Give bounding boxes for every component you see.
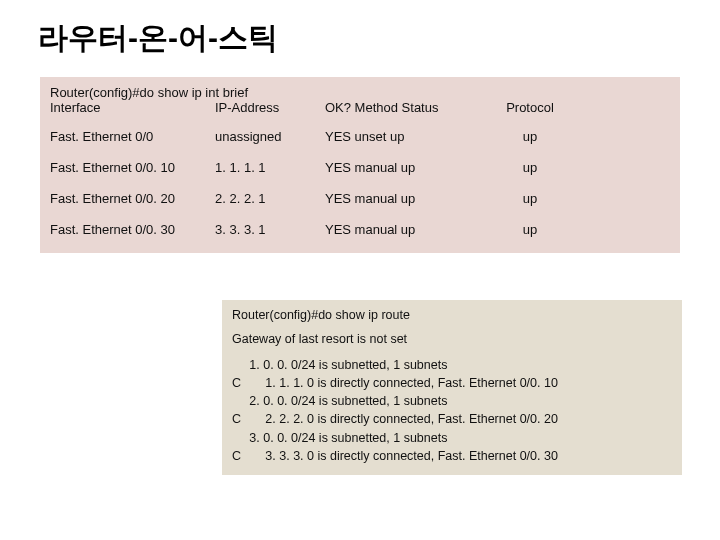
cell-protocol: up [500,129,560,144]
cell-protocol: up [500,160,560,175]
cell-interface: Fast. Ethernet 0/0. 10 [50,160,215,175]
table-header: Interface IP-Address OK? Method Status P… [50,100,670,115]
cli-command-2: Router(config)#do show ip route [232,308,672,322]
cell-protocol: up [500,222,560,237]
ip-route-panel: Router(config)#do show ip route Gateway … [222,300,682,475]
cell-status: YES manual up [325,160,500,175]
col-ok-method-status: OK? Method Status [325,100,500,115]
cell-status: YES unset up [325,129,500,144]
col-ip-address: IP-Address [215,100,325,115]
table-row: Fast. Ethernet 0/0 unassigned YES unset … [50,121,670,152]
cell-interface: Fast. Ethernet 0/0 [50,129,215,144]
page-title: 라우터-온-어-스틱 [38,18,720,59]
cell-interface: Fast. Ethernet 0/0. 20 [50,191,215,206]
col-protocol: Protocol [500,100,560,115]
cell-protocol: up [500,191,560,206]
col-interface: Interface [50,100,215,115]
table-row: Fast. Ethernet 0/0. 30 3. 3. 3. 1 YES ma… [50,214,670,245]
table-row: Fast. Ethernet 0/0. 20 2. 2. 2. 1 YES ma… [50,183,670,214]
cli-command-1: Router(config)#do show ip int brief [50,85,670,100]
cell-ip: 2. 2. 2. 1 [215,191,325,206]
cell-status: YES manual up [325,222,500,237]
cell-ip: 1. 1. 1. 1 [215,160,325,175]
route-list: 1. 0. 0. 0/24 is subnetted, 1 subnets C … [232,356,672,465]
cell-ip: 3. 3. 3. 1 [215,222,325,237]
cell-ip: unassigned [215,129,325,144]
gateway-line: Gateway of last resort is not set [232,332,672,346]
cell-status: YES manual up [325,191,500,206]
table-row: Fast. Ethernet 0/0. 10 1. 1. 1. 1 YES ma… [50,152,670,183]
cell-interface: Fast. Ethernet 0/0. 30 [50,222,215,237]
ip-int-brief-panel: Router(config)#do show ip int brief Inte… [40,77,680,253]
